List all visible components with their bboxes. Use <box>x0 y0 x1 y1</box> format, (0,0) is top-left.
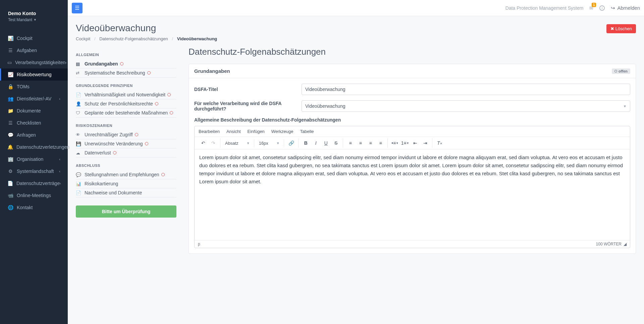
nav-checklisten[interactable]: ☰Checklisten <box>0 117 68 129</box>
underline-button[interactable]: U <box>321 138 331 148</box>
clear-format-button[interactable]: T× <box>435 138 444 148</box>
align-left-button[interactable]: ≡ <box>346 138 355 148</box>
info-button[interactable]: i <box>599 5 605 11</box>
menu-ansicht[interactable]: Ansicht <box>226 129 241 134</box>
delete-button[interactable]: ✖ Löschen <box>606 24 636 33</box>
nav-label: Organisation <box>17 156 43 162</box>
menu-einfuegen[interactable]: Einfügen <box>248 129 265 134</box>
align-center-button[interactable]: ≡ <box>356 138 365 148</box>
italic-button[interactable]: I <box>311 138 321 148</box>
section-label: Grundangaben <box>85 61 118 66</box>
section-item-systematische[interactable]: ⇄Systematische Beschreibung <box>76 68 176 78</box>
menu-bearbeiten[interactable]: Bearbeiten <box>199 129 220 134</box>
toggle-sidebar-button[interactable]: ☰ <box>72 3 83 13</box>
menu-tabelle[interactable]: Tabelle <box>300 129 314 134</box>
section-item-grundangaben[interactable]: ▤Grundangaben <box>76 59 176 68</box>
section-item-stellungnahmen[interactable]: 💬Stellungnahmen und Empfehlungen <box>76 170 176 179</box>
main-nav: 📊Cockpit ☰Aufgaben ▭Verarbeitungstätigke… <box>0 29 68 214</box>
section-item-datenverlust[interactable]: ☁Datenverlust <box>76 148 176 157</box>
bold-button[interactable]: B <box>301 138 311 148</box>
status-indicator-icon <box>120 62 123 65</box>
resize-handle-icon[interactable]: ◢ <box>624 242 627 246</box>
nav-systemlandschaft[interactable]: ⚙Systemlandschaft‹ <box>0 165 68 177</box>
request-review-button[interactable]: Bitte um Überprüfung <box>76 205 176 218</box>
logout-label: Abmelden <box>617 5 640 11</box>
breadcrumb-current: Videoüberwachung <box>177 36 217 41</box>
nav-organisation[interactable]: 🏢Organisation‹ <box>0 153 68 165</box>
link-button[interactable]: 🔗 <box>287 138 296 148</box>
nav-anfragen[interactable]: 💬Anfragen <box>0 129 68 141</box>
users-icon: 👥 <box>7 96 13 101</box>
messages-button[interactable]: ✉ 1 <box>589 5 593 11</box>
delete-label: Löschen <box>615 26 632 31</box>
tenant-label: Test Mandant <box>8 17 32 22</box>
warning-icon: 🔔 <box>7 144 13 150</box>
network-icon: ⚙ <box>7 169 13 174</box>
outdent-button[interactable]: ⇤ <box>411 138 420 148</box>
status-indicator-icon <box>145 142 148 145</box>
section-label: Risikokartierung <box>85 181 118 186</box>
section-item-unrechtmaessig[interactable]: 👁Unrechtmäßiger Zugriff <box>76 130 176 139</box>
nav-aufgaben[interactable]: ☰Aufgaben <box>0 44 68 56</box>
menu-werkzeuge[interactable]: Werkzeuge <box>271 129 293 134</box>
caret-down-icon: ▼ <box>623 104 627 108</box>
nav-toms[interactable]: 🔒TOMs <box>0 81 68 93</box>
undo-button[interactable]: ↶ <box>199 138 208 148</box>
align-right-button[interactable]: ≡ <box>366 138 375 148</box>
editor-content[interactable]: Lorem ipsum dolor sit amet, consetetur s… <box>195 149 630 240</box>
logout-button[interactable]: ↪ Abmelden <box>611 5 640 11</box>
section-item-verhaeltnis[interactable]: 📄Verhältnismäßigkeit und Notwendigkeit <box>76 90 176 99</box>
status-indicator-icon <box>147 71 151 75</box>
number-list-button[interactable]: 1≡▼ <box>400 138 410 148</box>
nav-label: Risikobewertung <box>17 72 52 77</box>
system-name: Data Protection Management System <box>505 5 584 11</box>
nav-risikobewertung[interactable]: 📈Risikobewertung <box>0 68 68 81</box>
align-justify-button[interactable]: ≡ <box>376 138 385 148</box>
indent-button[interactable]: ⇥ <box>421 138 430 148</box>
panel-title: Grundangaben <box>194 68 230 74</box>
rich-text-editor: Bearbeiten Ansicht Einfügen Werkzeuge Ta… <box>194 126 630 248</box>
dsfa-title-input[interactable] <box>302 84 630 95</box>
section-item-nachweise[interactable]: 📄Nachweise und Dokumente <box>76 188 176 197</box>
branch-icon: ⇄ <box>76 71 82 76</box>
redo-button[interactable]: ↷ <box>209 138 218 148</box>
nav-label: Dokumente <box>17 108 41 113</box>
section-item-schutz[interactable]: 👤Schutz der Persönlichkeitsrechte <box>76 99 176 108</box>
section-header: ALLGEMEIN <box>76 53 176 57</box>
breadcrumb-item[interactable]: Datenschutz-Folgenabschätzungen <box>99 36 168 41</box>
bullet-list-button[interactable]: •≡▼ <box>390 138 400 148</box>
section-item-unerwuenscht[interactable]: 💾Unerwünschte Veränderung <box>76 139 176 148</box>
verarbeitung-label: Für welche Verarbeitung wird die DSFA du… <box>194 101 302 111</box>
topbar: ☰ Data Protection Management System ✉ 1 … <box>68 0 644 16</box>
nav-kontakt[interactable]: 🌐Kontakt <box>0 201 68 214</box>
section-label: Nachweise und Dokumente <box>85 190 142 195</box>
fontsize-select[interactable]: 16px▼ <box>257 139 282 147</box>
format-select[interactable]: Absatz▼ <box>223 139 252 147</box>
info-icon: i <box>599 5 605 11</box>
editor-statusbar: p 100 WÖRTER ◢ <box>195 240 630 248</box>
section-label: Stellungnahmen und Empfehlungen <box>85 172 159 177</box>
strikethrough-button[interactable]: S <box>331 138 341 148</box>
document-icon: 📄 <box>76 190 82 195</box>
chevron-left-icon: ‹ <box>59 97 60 101</box>
breadcrumb: Cockpit / Datenschutz-Folgenabschätzunge… <box>76 36 217 41</box>
nav-vertraege[interactable]: 📄Datenschutzverträge‹ <box>0 177 68 189</box>
nav-meetings[interactable]: 📹Online-Meetings <box>0 189 68 201</box>
breadcrumb-item[interactable]: Cockpit <box>76 36 90 41</box>
nav-verarbeitung[interactable]: ▭Verarbeitungstätigkeiten‹ <box>0 56 68 68</box>
section-item-risikokartierung[interactable]: 📊Risikokartierung <box>76 179 176 188</box>
user-tenant[interactable]: Test Mandant ▼ <box>8 17 60 22</box>
verarbeitung-select[interactable]: Videoüberwachung ▼ <box>302 100 630 112</box>
nav-verletzungen[interactable]: 🔔Datenschutzverletzungen <box>0 141 68 153</box>
nav-dokumente[interactable]: 📁Dokumente <box>0 105 68 117</box>
signout-icon: ↪ <box>611 5 615 11</box>
list-icon: ▭ <box>7 60 12 65</box>
nav-cockpit[interactable]: 📊Cockpit <box>0 32 68 44</box>
chevron-left-icon: ‹ <box>59 157 60 161</box>
editor-menubar: Bearbeiten Ansicht Einfügen Werkzeuge Ta… <box>195 126 630 137</box>
building-icon: 🏢 <box>7 156 13 162</box>
chat-icon: 💬 <box>76 172 82 177</box>
nav-label: Cockpit <box>17 36 33 41</box>
nav-dienstleister[interactable]: 👥Dienstleister/-AV‹ <box>0 93 68 105</box>
section-item-geplante[interactable]: 🛡Geplante oder bestehende Maßnahmen <box>76 108 176 118</box>
